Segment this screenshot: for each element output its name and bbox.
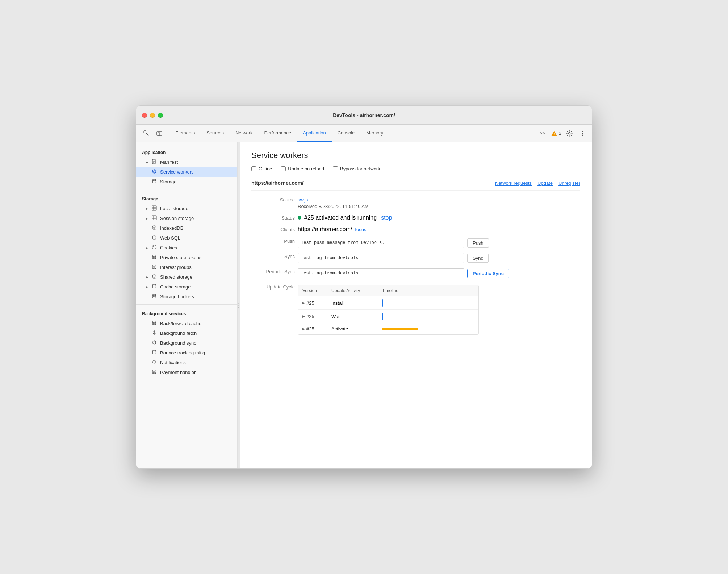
status-value: #25 activated and is running stop (298, 215, 580, 221)
update-on-reload-label: Update on reload (288, 166, 324, 171)
more-options-icon[interactable] (577, 128, 587, 138)
traffic-lights (142, 113, 163, 118)
timeline-wait (382, 313, 474, 320)
warning-count: 2 (559, 130, 561, 136)
bypass-for-network-checkbox-label[interactable]: Bypass for network (333, 166, 380, 171)
sidebar-item-shared-storage[interactable]: ▶ Shared storage (136, 272, 237, 282)
sidebar-item-shared-storage-label: Shared storage (160, 274, 192, 280)
svg-point-24 (152, 236, 156, 237)
update-on-reload-checkbox-label[interactable]: Update on reload (281, 166, 324, 171)
resize-dot-1 (238, 303, 239, 304)
sidebar-item-session-storage[interactable]: ▶ Session storage (136, 213, 237, 223)
update-on-reload-checkbox[interactable] (281, 166, 286, 171)
update-cycle-row-wait[interactable]: ▶ #25 Wait (298, 310, 478, 323)
svg-rect-15 (152, 206, 156, 210)
sidebar-item-web-sql[interactable]: ▶ Web SQL (136, 233, 237, 243)
resize-dots (238, 303, 239, 308)
tab-sources[interactable]: Sources (201, 125, 230, 142)
inspect-icon[interactable] (141, 128, 152, 139)
version-install: ▶ #25 (302, 300, 331, 306)
periodic-sync-input[interactable] (298, 268, 464, 278)
push-input[interactable] (298, 238, 464, 248)
sidebar-item-session-storage-label: Session storage (160, 216, 194, 221)
manifest-icon (151, 159, 157, 165)
sidebar-item-cookies[interactable]: ▶ Cookies (136, 243, 237, 253)
push-row: Push (298, 238, 580, 248)
sidebar-item-payment-handler[interactable]: ▶ Payment handler (136, 367, 237, 377)
device-icon[interactable] (154, 128, 165, 139)
sidebar-item-private-state[interactable]: ▶ Private state tokens (136, 253, 237, 262)
sync-button[interactable]: Sync (467, 254, 489, 263)
sidebar-item-manifest[interactable]: ▶ Manifest (136, 157, 237, 167)
sidebar-item-local-storage[interactable]: ▶ Local storage (136, 204, 237, 213)
sync-input[interactable] (298, 253, 464, 263)
sidebar-item-web-sql-label: Web SQL (160, 235, 180, 241)
timeline-activate (382, 328, 474, 330)
periodic-sync-button[interactable]: Periodic Sync (467, 269, 509, 278)
sidebar-item-background-fetch[interactable]: ▶ Background fetch (136, 328, 237, 338)
background-fetch-icon (151, 330, 157, 336)
maximize-button[interactable] (158, 113, 163, 118)
sidebar-item-service-workers[interactable]: ▶ Service workers (136, 167, 237, 177)
periodic-sync-label: Periodic Sync (251, 268, 295, 274)
source-file-link[interactable]: sw.js (298, 197, 308, 203)
sidebar-item-interest-groups[interactable]: ▶ Interest groups (136, 262, 237, 272)
update-cycle-row-install[interactable]: ▶ #25 Install (298, 296, 478, 310)
private-state-icon (151, 254, 157, 261)
close-button[interactable] (142, 113, 147, 118)
sidebar-item-storage-buckets[interactable]: ▶ Storage buckets (136, 292, 237, 301)
bypass-for-network-checkbox[interactable] (333, 166, 338, 171)
tab-console[interactable]: Console (332, 125, 361, 142)
sidebar-item-cache-storage[interactable]: ▶ Cache storage (136, 282, 237, 292)
offline-checkbox-label[interactable]: Offline (251, 166, 272, 171)
settings-icon[interactable] (564, 128, 574, 138)
periodic-sync-row: Periodic Sync (298, 268, 580, 278)
clients-url: https://airhorner.com/ (298, 226, 352, 233)
tab-application[interactable]: Application (297, 125, 332, 142)
minimize-button[interactable] (150, 113, 155, 118)
tab-elements[interactable]: Elements (170, 125, 201, 142)
status-dot (298, 216, 301, 220)
unregister-link[interactable]: Unregister (558, 180, 580, 186)
svg-text:!: ! (553, 132, 555, 136)
svg-point-4 (569, 132, 570, 134)
sidebar-item-background-sync-label: Background sync (160, 340, 196, 346)
status-text: #25 activated and is running (304, 215, 377, 221)
sidebar-item-indexeddb[interactable]: ▶ IndexedDB (136, 223, 237, 233)
header-version: Version (302, 288, 331, 293)
sidebar-item-backforward-cache[interactable]: ▶ Back/forward cache (136, 319, 237, 328)
tab-performance[interactable]: Performance (259, 125, 297, 142)
sidebar-item-service-workers-label: Service workers (160, 169, 193, 175)
sidebar-item-background-sync[interactable]: ▶ Background sync (136, 338, 237, 348)
update-cycle-row-activate[interactable]: ▶ #25 Activate (298, 323, 478, 334)
update-cycle-table: Version Update Activity Timeline ▶ #25 (298, 285, 479, 335)
more-tabs-button[interactable]: >> (537, 130, 548, 136)
background-sync-icon (151, 340, 157, 346)
stop-link[interactable]: stop (381, 215, 392, 221)
focus-link[interactable]: focus (355, 227, 366, 232)
sidebar-section-storage: Storage (136, 193, 237, 204)
svg-point-33 (152, 294, 156, 296)
sidebar-item-bounce-tracking[interactable]: ▶ Bounce tracking mitig… (136, 348, 237, 358)
svg-point-30 (152, 265, 156, 266)
svg-point-37 (152, 370, 156, 371)
expand-icon: ▶ (145, 207, 148, 211)
row-expand-activate: ▶ (302, 327, 305, 331)
tab-memory[interactable]: Memory (360, 125, 389, 142)
network-requests-link[interactable]: Network requests (495, 180, 532, 186)
update-link[interactable]: Update (537, 180, 553, 186)
sidebar-item-notifications[interactable]: ▶ Notifications (136, 358, 237, 367)
service-workers-icon (151, 169, 157, 175)
push-button[interactable]: Push (467, 238, 489, 248)
version-wait: ▶ #25 (302, 314, 331, 319)
tab-network[interactable]: Network (230, 125, 259, 142)
svg-point-7 (582, 134, 583, 136)
svg-point-27 (154, 248, 155, 248)
svg-point-31 (152, 275, 156, 276)
cookies-icon (151, 245, 157, 251)
sidebar-item-storage[interactable]: ▶ Storage (136, 177, 237, 187)
received-text: Received 8/23/2022, 11:51:40 AM (298, 204, 369, 209)
warning-badge[interactable]: ! 2 (551, 130, 561, 137)
header-activity: Update Activity (331, 288, 382, 293)
offline-checkbox[interactable] (251, 166, 256, 171)
